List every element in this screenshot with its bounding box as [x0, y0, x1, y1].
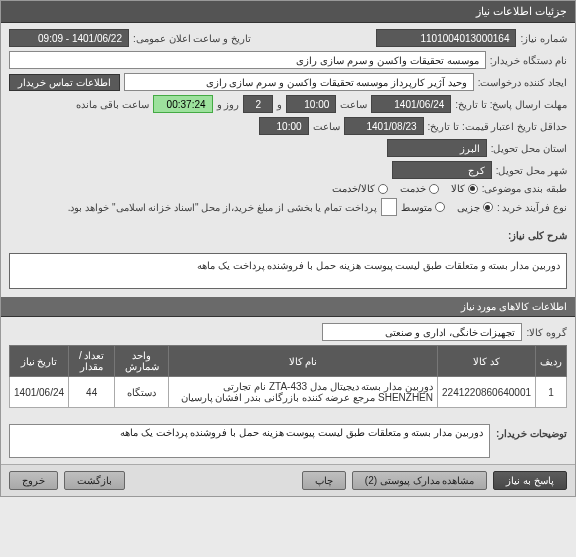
col-code: کد کالا: [438, 346, 536, 377]
requester-value: وحید آژیر کارپرداز موسسه تحقیقات واکسن و…: [124, 73, 474, 91]
buyer-org-value: موسسه تحقیقات واکسن و سرم سازی رازی: [9, 51, 486, 69]
exit-button[interactable]: خروج: [9, 471, 58, 490]
col-date: تاریخ نیاز: [10, 346, 69, 377]
price-validity-hour: 10:00: [259, 117, 309, 135]
price-validity-label: حداقل تاریخ اعتبار قیمت: تا تاریخ:: [428, 121, 567, 132]
radio-icon: [435, 202, 445, 212]
price-validity-hour-label: ساعت: [313, 121, 340, 132]
radio-icon: [468, 184, 478, 194]
buyer-note-value: دوربین مدار بسته و متعلقات طبق لیست پیوس…: [9, 424, 490, 458]
category-option-label: کالا/خدمت: [332, 183, 375, 194]
price-validity-date: 1401/08/23: [344, 117, 424, 135]
deadline-hour: 10:00: [286, 95, 336, 113]
cell-qty: 44: [69, 377, 115, 408]
radio-icon: [483, 202, 493, 212]
cell-date: 1401/06/24: [10, 377, 69, 408]
city-label: شهر محل تحویل:: [496, 165, 567, 176]
category-option-label: کالا: [451, 183, 465, 194]
deadline-remaining: 00:37:24: [153, 95, 213, 113]
category-option-service[interactable]: خدمت: [400, 183, 439, 194]
city-value: کرج: [392, 161, 492, 179]
category-option-goods[interactable]: کالا: [451, 183, 478, 194]
col-unit: واحد شمارش: [115, 346, 169, 377]
province-value: البرز: [387, 139, 487, 157]
buyer-note-label: توضیحات خریدار:: [496, 424, 567, 439]
col-idx: ردیف: [536, 346, 567, 377]
category-option-both[interactable]: کالا/خدمت: [332, 183, 388, 194]
col-qty: تعداد / مقدار: [69, 346, 115, 377]
need-number-value: 1101004013000164: [376, 29, 516, 47]
cell-name: دوربین مدار بسته دیجیتال مدل ZTA-433 نام…: [169, 377, 438, 408]
panel-title: جزئیات اطلاعات نیاز: [1, 1, 575, 23]
cell-code: 2241220860640001: [438, 377, 536, 408]
general-desc-value: دوربین مدار بسته و متعلقات طبق لیست پیوس…: [9, 253, 567, 289]
purchase-type-check: [381, 198, 397, 216]
reply-button[interactable]: پاسخ به نیاز: [493, 471, 567, 490]
item-group-label: گروه کالا:: [526, 327, 567, 338]
contact-buyer-button[interactable]: اطلاعات تماس خریدار: [9, 74, 120, 91]
purchase-type-minor[interactable]: جزیی: [457, 202, 493, 213]
purchase-type-option-label: متوسط: [401, 202, 432, 213]
deadline-days-label: روز و: [217, 99, 240, 110]
province-label: استان محل تحویل:: [491, 143, 567, 154]
category-option-label: خدمت: [400, 183, 426, 194]
table-row[interactable]: 1 2241220860640001 دوربین مدار بسته دیجی…: [10, 377, 567, 408]
deadline-label: مهلت ارسال پاسخ: تا تاریخ:: [455, 99, 567, 110]
category-label: طبقه بندی موضوعی:: [482, 183, 567, 194]
items-table: ردیف کد کالا نام کالا واحد شمارش تعداد /…: [9, 345, 567, 408]
deadline-remaining-label: ساعت باقی مانده: [76, 99, 149, 110]
col-name: نام کالا: [169, 346, 438, 377]
requester-label: ایجاد کننده درخواست:: [478, 77, 567, 88]
print-button[interactable]: چاپ: [302, 471, 346, 490]
deadline-days: 2: [243, 95, 273, 113]
category-radio-group: کالا خدمت کالا/خدمت: [332, 183, 478, 194]
cell-unit: دستگاه: [115, 377, 169, 408]
back-button[interactable]: بازگشت: [64, 471, 125, 490]
purchase-type-medium[interactable]: متوسط: [401, 202, 445, 213]
purchase-type-radio-group: جزیی متوسط: [401, 202, 493, 213]
attachments-button[interactable]: مشاهده مدارک پیوستی (2): [352, 471, 488, 490]
purchase-type-label: نوع فرآیند خرید :: [497, 202, 567, 213]
items-section-header: اطلاعات کالاهای مورد نیاز: [1, 297, 575, 317]
purchase-type-option-label: جزیی: [457, 202, 480, 213]
purchase-type-note: پرداخت تمام یا بخشی از مبلغ خرید،از محل …: [68, 202, 377, 213]
radio-icon: [429, 184, 439, 194]
announce-value: 1401/06/22 - 09:09: [9, 29, 129, 47]
announce-label: تاریخ و ساعت اعلان عمومی:: [133, 33, 251, 44]
cell-idx: 1: [536, 377, 567, 408]
radio-icon: [378, 184, 388, 194]
deadline-hour-label: ساعت: [340, 99, 367, 110]
item-group-value: تجهیزات خانگی، اداری و صنعتی: [322, 323, 522, 341]
deadline-and: و: [277, 99, 282, 110]
general-desc-label: شرح کلی نیاز:: [508, 230, 567, 241]
need-number-label: شماره نیاز:: [520, 33, 567, 44]
deadline-date: 1401/06/24: [371, 95, 451, 113]
buyer-org-label: نام دستگاه خریدار:: [490, 55, 567, 66]
